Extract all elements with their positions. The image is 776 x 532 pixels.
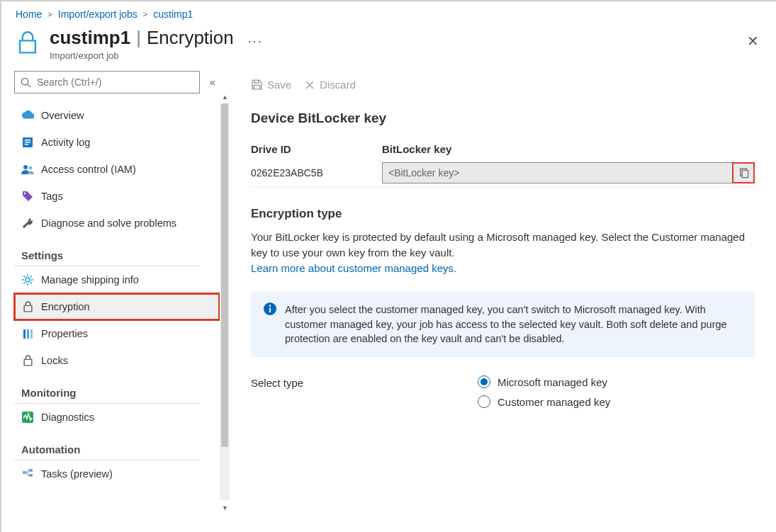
discard-button[interactable]: Discard bbox=[304, 79, 356, 91]
svg-line-15 bbox=[30, 283, 32, 284]
svg-point-9 bbox=[26, 278, 30, 282]
svg-rect-23 bbox=[29, 469, 33, 472]
save-button[interactable]: Save bbox=[251, 79, 291, 91]
wrench-icon bbox=[21, 217, 34, 230]
nav: Overview Activity log Access control (IA… bbox=[14, 102, 220, 487]
nav-encryption[interactable]: Encryption bbox=[14, 293, 220, 320]
nav-label: Encryption bbox=[41, 301, 90, 312]
bitlocker-table: Drive ID BitLocker key 0262E23ABC5B <Bit… bbox=[251, 139, 755, 187]
gear-icon bbox=[21, 273, 34, 286]
nav-label: Diagnose and solve problems bbox=[41, 217, 176, 229]
svg-rect-19 bbox=[27, 329, 29, 339]
breadcrumb-home[interactable]: Home bbox=[16, 9, 42, 20]
svg-rect-22 bbox=[23, 471, 26, 474]
svg-point-6 bbox=[23, 165, 28, 169]
encryption-description: Your BitLocker key is protected by defau… bbox=[251, 230, 755, 276]
breadcrumb: Home > Import/export jobs > custimp1 bbox=[1, 1, 776, 24]
nav-tags[interactable]: Tags bbox=[14, 183, 220, 210]
page-title: custimp1 | Encryption bbox=[50, 27, 234, 49]
nav-access-control[interactable]: Access control (IAM) bbox=[14, 156, 220, 183]
nav-label: Access control (IAM) bbox=[41, 164, 136, 175]
nav-section-monitoring: Monitoring bbox=[14, 374, 200, 404]
drive-id-value: 0262E23ABC5B bbox=[251, 167, 382, 179]
svg-line-1 bbox=[28, 84, 30, 86]
bitlocker-key-field[interactable]: <BitLocker key> bbox=[382, 162, 755, 183]
search-icon bbox=[21, 77, 31, 88]
collapse-sidebar-button[interactable]: « bbox=[210, 77, 215, 88]
svg-line-17 bbox=[30, 276, 32, 277]
log-icon bbox=[21, 136, 34, 149]
more-button[interactable]: ··· bbox=[244, 27, 267, 49]
chevron-right-icon: > bbox=[47, 10, 52, 18]
discard-icon bbox=[304, 79, 315, 91]
close-button[interactable]: ✕ bbox=[744, 27, 762, 50]
bitlocker-key-value: <BitLocker key> bbox=[383, 167, 733, 179]
svg-point-8 bbox=[24, 193, 26, 195]
cloud-icon bbox=[21, 109, 34, 122]
bitlocker-title: Device BitLocker key bbox=[251, 111, 755, 126]
svg-line-14 bbox=[23, 276, 25, 277]
svg-rect-26 bbox=[742, 170, 748, 177]
svg-rect-24 bbox=[29, 474, 33, 477]
diagnostics-icon bbox=[21, 411, 34, 424]
lock-icon bbox=[16, 27, 40, 55]
svg-point-7 bbox=[29, 166, 32, 169]
properties-icon bbox=[21, 327, 34, 340]
radio-customer-key[interactable]: Customer managed key bbox=[478, 395, 610, 408]
svg-rect-28 bbox=[269, 308, 271, 313]
copy-button[interactable] bbox=[733, 163, 754, 183]
svg-rect-20 bbox=[30, 329, 33, 339]
select-type-row: Select type Microsoft managed key Custom… bbox=[251, 375, 755, 415]
info-text: After you select the customer managed ke… bbox=[285, 302, 742, 346]
radio-icon bbox=[478, 395, 490, 408]
encryption-type-title: Encryption type bbox=[251, 207, 755, 221]
chevron-right-icon: > bbox=[143, 10, 147, 18]
nav-label: Manage shipping info bbox=[41, 274, 139, 285]
select-type-label: Select type bbox=[251, 375, 478, 389]
nav-overview[interactable]: Overview bbox=[14, 102, 220, 129]
col-drive-id: Drive ID bbox=[251, 143, 382, 155]
breadcrumb-current[interactable]: custimp1 bbox=[153, 9, 193, 20]
people-icon bbox=[21, 163, 34, 176]
nav-locks[interactable]: Locks bbox=[14, 347, 220, 374]
table-row: 0262E23ABC5B <BitLocker key> bbox=[251, 159, 755, 187]
nav-label: Tasks (preview) bbox=[41, 468, 113, 480]
col-bitlocker-key: BitLocker key bbox=[382, 143, 755, 155]
svg-rect-5 bbox=[25, 144, 28, 145]
nav-label: Locks bbox=[41, 355, 68, 366]
svg-rect-4 bbox=[25, 142, 30, 143]
nav-diagnostics[interactable]: Diagnostics bbox=[14, 404, 220, 431]
info-box: After you select the customer managed ke… bbox=[251, 291, 755, 357]
main-content: Save Discard Device BitLocker key Drive … bbox=[230, 68, 776, 526]
learn-more-link[interactable]: Learn more about customer managed keys. bbox=[251, 262, 456, 274]
nav-activity-log[interactable]: Activity log bbox=[14, 129, 220, 156]
lock-icon bbox=[21, 300, 34, 313]
nav-tasks[interactable]: Tasks (preview) bbox=[14, 460, 220, 487]
nav-label: Overview bbox=[41, 110, 84, 121]
nav-label: Activity log bbox=[41, 137, 90, 148]
nav-section-settings: Settings bbox=[14, 237, 200, 266]
sidebar: « Overview Activity log Access control (… bbox=[1, 68, 230, 526]
svg-rect-18 bbox=[23, 329, 26, 339]
nav-diagnose[interactable]: Diagnose and solve problems bbox=[14, 210, 220, 237]
page-header: custimp1 | Encryption Import/export job … bbox=[1, 24, 776, 68]
tag-icon bbox=[21, 190, 34, 203]
sidebar-scrollbar[interactable]: ▲ ▼ bbox=[220, 103, 230, 500]
tasks-icon bbox=[21, 468, 34, 480]
nav-properties[interactable]: Properties bbox=[14, 320, 220, 347]
svg-rect-3 bbox=[25, 140, 30, 141]
nav-section-automation: Automation bbox=[14, 431, 200, 460]
svg-line-16 bbox=[23, 283, 25, 284]
save-icon bbox=[251, 79, 263, 91]
info-icon bbox=[264, 302, 276, 346]
nav-manage-shipping[interactable]: Manage shipping info bbox=[14, 266, 220, 293]
svg-point-0 bbox=[21, 78, 28, 84]
search-input[interactable] bbox=[14, 71, 200, 94]
copy-icon bbox=[738, 168, 749, 179]
breadcrumb-parent[interactable]: Import/export jobs bbox=[58, 9, 137, 20]
radio-microsoft-key[interactable]: Microsoft managed key bbox=[478, 375, 610, 388]
radio-icon bbox=[478, 375, 490, 388]
page-subtitle: Import/export job bbox=[50, 50, 234, 61]
nav-label: Diagnostics bbox=[41, 412, 94, 423]
svg-point-29 bbox=[269, 305, 271, 307]
